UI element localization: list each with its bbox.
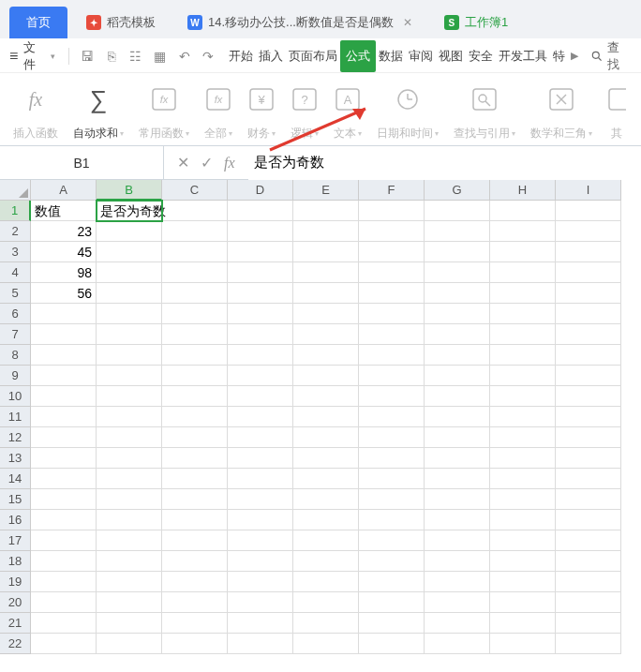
cell-F14[interactable] [359, 469, 425, 489]
tab-home[interactable]: 首页 [9, 7, 67, 38]
row-header-10[interactable]: 10 [0, 386, 31, 407]
cell-E17[interactable] [293, 530, 359, 551]
close-icon[interactable]: ✕ [403, 16, 412, 29]
cell-G1[interactable] [425, 201, 490, 221]
cell-I15[interactable] [556, 489, 621, 510]
ribbon-tab-devtools[interactable]: 开发工具 [496, 40, 550, 72]
print-icon[interactable]: ⎘ [102, 47, 121, 66]
cell-A21[interactable] [31, 613, 97, 634]
cell-E21[interactable] [293, 613, 359, 634]
cell-I18[interactable] [556, 551, 621, 572]
cell-G21[interactable] [425, 613, 490, 634]
cell-D12[interactable] [228, 427, 293, 448]
cell-A20[interactable] [31, 592, 97, 613]
row-header-12[interactable]: 12 [0, 427, 31, 448]
cell-G20[interactable] [425, 592, 490, 613]
ribbon-tab-security[interactable]: 安全 [466, 40, 496, 72]
file-menu[interactable]: 文件▾ [23, 39, 55, 73]
cell-D4[interactable] [228, 262, 293, 283]
cell-E14[interactable] [293, 469, 359, 489]
cell-F17[interactable] [359, 530, 425, 551]
cell-D20[interactable] [228, 592, 293, 613]
cell-I7[interactable] [556, 324, 621, 345]
row-header-19[interactable]: 19 [0, 572, 31, 592]
cell-A15[interactable] [31, 489, 97, 510]
row-header-7[interactable]: 7 [0, 324, 31, 345]
select-all-button[interactable] [0, 180, 31, 201]
ribbon-tab-layout[interactable]: 页面布局 [286, 40, 340, 72]
cell-D6[interactable] [228, 304, 293, 324]
cell-E2[interactable] [293, 221, 359, 242]
cell-A12[interactable] [31, 427, 97, 448]
cell-A16[interactable] [31, 510, 97, 530]
col-header-E[interactable]: E [293, 180, 359, 201]
cell-B5[interactable] [97, 283, 162, 304]
cell-B10[interactable] [97, 386, 162, 407]
cell-H6[interactable] [490, 304, 556, 324]
cell-D2[interactable] [228, 221, 293, 242]
cell-B2[interactable] [97, 221, 162, 242]
cell-H13[interactable] [490, 448, 556, 469]
cell-C22[interactable] [162, 634, 228, 654]
cell-I1[interactable] [556, 201, 621, 221]
cell-A4[interactable]: 98 [31, 262, 97, 283]
cell-C15[interactable] [162, 489, 228, 510]
row-header-2[interactable]: 2 [0, 221, 31, 242]
cell-G7[interactable] [425, 324, 490, 345]
cell-E15[interactable] [293, 489, 359, 510]
cell-H15[interactable] [490, 489, 556, 510]
cell-G18[interactable] [425, 551, 490, 572]
col-header-D[interactable]: D [228, 180, 293, 201]
row-header-17[interactable]: 17 [0, 530, 31, 551]
tab-templates[interactable]: ✦ 稻壳模板 [73, 7, 169, 38]
menu-icon[interactable]: ≡ [9, 48, 18, 65]
cell-I13[interactable] [556, 448, 621, 469]
cell-F15[interactable] [359, 489, 425, 510]
cell-F21[interactable] [359, 613, 425, 634]
cell-I2[interactable] [556, 221, 621, 242]
cell-C14[interactable] [162, 469, 228, 489]
cell-F19[interactable] [359, 572, 425, 592]
cell-D9[interactable] [228, 366, 293, 386]
cell-H12[interactable] [490, 427, 556, 448]
cell-E9[interactable] [293, 366, 359, 386]
cell-H16[interactable] [490, 510, 556, 530]
cell-B15[interactable] [97, 489, 162, 510]
cell-G2[interactable] [425, 221, 490, 242]
group-text[interactable]: A 文本▾ [326, 77, 369, 145]
cell-I12[interactable] [556, 427, 621, 448]
cell-C7[interactable] [162, 324, 228, 345]
cell-D22[interactable] [228, 634, 293, 654]
ribbon-tab-review[interactable]: 审阅 [406, 40, 436, 72]
cell-I21[interactable] [556, 613, 621, 634]
cell-I11[interactable] [556, 407, 621, 427]
cell-G11[interactable] [425, 407, 490, 427]
ribbon-tab-view[interactable]: 视图 [436, 40, 466, 72]
cell-C21[interactable] [162, 613, 228, 634]
cell-D8[interactable] [228, 345, 293, 366]
cell-G22[interactable] [425, 634, 490, 654]
ribbon-nav-right[interactable]: ▶ [568, 50, 581, 62]
cell-C17[interactable] [162, 530, 228, 551]
cell-E11[interactable] [293, 407, 359, 427]
cell-F5[interactable] [359, 283, 425, 304]
cell-A1[interactable]: 数值 [31, 201, 97, 221]
ribbon-tab-insert[interactable]: 插入 [256, 40, 286, 72]
cell-G16[interactable] [425, 510, 490, 530]
group-finance[interactable]: ¥ 财务▾ [240, 77, 283, 145]
cell-A8[interactable] [31, 345, 97, 366]
cell-H2[interactable] [490, 221, 556, 242]
cell-B12[interactable] [97, 427, 162, 448]
cell-F16[interactable] [359, 510, 425, 530]
cell-I9[interactable] [556, 366, 621, 386]
cell-H17[interactable] [490, 530, 556, 551]
cell-A14[interactable] [31, 469, 97, 489]
cell-B7[interactable] [97, 324, 162, 345]
cell-G5[interactable] [425, 283, 490, 304]
ribbon-tab-start[interactable]: 开始 [226, 40, 256, 72]
cell-B8[interactable] [97, 345, 162, 366]
cell-H10[interactable] [490, 386, 556, 407]
group-other[interactable]: 其 [600, 77, 634, 145]
cell-F9[interactable] [359, 366, 425, 386]
search-button[interactable]: 查找 [590, 39, 632, 73]
